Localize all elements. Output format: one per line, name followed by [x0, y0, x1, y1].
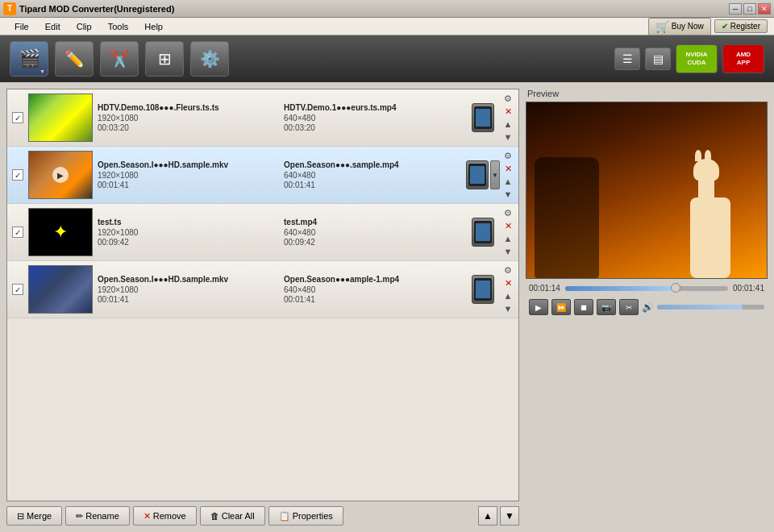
file-up-4[interactable]: ▲ [502, 290, 514, 301]
volume-icon[interactable]: 🔊 [642, 301, 654, 313]
gear-icon: ⚙️ [200, 49, 220, 69]
cart-icon: 🛒 [655, 20, 669, 33]
clear-icon: 🗑 [210, 511, 219, 521]
remove-button[interactable]: ✕ Remove [133, 506, 197, 526]
play-overlay-2[interactable]: ▶ [52, 167, 69, 183]
menu-help[interactable]: Help [136, 20, 171, 33]
merge-button[interactable]: ⊟ Merge [6, 506, 62, 526]
stop-button[interactable]: ⏹ [574, 299, 593, 315]
file-item: HDTV.Demo.108●●●.Fleurs.ts.ts 1920×1080 … [7, 89, 518, 147]
file-settings-1[interactable]: ⚙ [502, 93, 514, 104]
device-dropdown-arrow-2[interactable]: ▼ [490, 160, 500, 189]
file-settings-4[interactable]: ⚙ [502, 264, 514, 276]
order-arrows: ▲ ▼ [478, 506, 519, 526]
file-info-3: test.ts 1920×1080 00:09:42 test.mp4 640×… [98, 218, 464, 247]
file-item-3: ✦ test.ts 1920×1080 00:09:42 test.mp4 64… [7, 204, 518, 261]
rename-button[interactable]: ✏ Rename [65, 506, 130, 526]
list-icon: ☰ [622, 52, 633, 65]
file-device-1 [468, 103, 497, 132]
file-dest-1: HDTV.Demo.1●●●eurs.ts.mp4 640×480 00:03:… [284, 103, 464, 132]
file-list-panel: HDTV.Demo.108●●●.Fleurs.ts.ts 1920×1080 … [6, 89, 519, 526]
maximize-button[interactable]: □ [743, 3, 756, 15]
edit-icon: ✏️ [64, 49, 85, 69]
file-down-2[interactable]: ▼ [502, 189, 514, 200]
file-up-3[interactable]: ▲ [502, 233, 514, 244]
file-dest-2: Open.Season●●●.sample.mp4 640×480 00:01:… [284, 160, 464, 189]
toolbar-right: ☰ ▤ NVIDIACUDA AMDAPP [614, 44, 764, 73]
props-icon: 📋 [279, 511, 290, 522]
file-remove-2[interactable]: ✕ [502, 163, 514, 174]
file-remove-3[interactable]: ✕ [502, 220, 514, 231]
file-checkbox-1[interactable] [12, 112, 23, 123]
file-list: HDTV.Demo.108●●●.Fleurs.ts.ts 1920×1080 … [6, 89, 519, 501]
add-file-button[interactable]: 🎬 [10, 41, 48, 77]
file-device-2: ▼ [468, 160, 497, 189]
toolbar: 🎬 ✏️ ✂️ ⊞ ⚙️ ☰ ▤ NVIDIACUDA AMDAPP [0, 35, 774, 82]
close-button[interactable]: ✕ [758, 3, 771, 15]
play-button[interactable]: ▶ [529, 299, 548, 315]
timeline-track[interactable] [565, 286, 728, 291]
file-down-4[interactable]: ▼ [502, 303, 514, 314]
menubar: File Edit Clip Tools Help 🛒 Buy Now ✔ Re… [0, 18, 774, 35]
next-frame-button[interactable]: ⏩ [551, 299, 571, 315]
preview-timeline: 00:01:14 00:01:41 [526, 282, 768, 294]
edit-button[interactable]: ✏️ [55, 41, 94, 77]
file-settings-2[interactable]: ⚙ [502, 150, 514, 161]
file-item-4: Open.Season.I●●●HD.sample.mkv 1920×1080 … [7, 261, 518, 318]
window-controls: ─ □ ✕ [729, 3, 771, 15]
move-up-button[interactable]: ▲ [478, 506, 497, 526]
file-remove-1[interactable]: ✕ [502, 106, 514, 117]
list-view-button[interactable]: ☰ [614, 48, 640, 70]
preview-label: Preview [526, 89, 768, 98]
volume-slider[interactable] [657, 305, 764, 310]
device-icon-3[interactable] [472, 218, 494, 247]
clear-all-button[interactable]: 🗑 Clear All [200, 506, 265, 526]
menu-edit[interactable]: Edit [37, 20, 69, 33]
file-source-3: test.ts 1920×1080 00:09:42 [98, 218, 277, 247]
preview-video [526, 102, 768, 279]
detail-view-button[interactable]: ▤ [645, 48, 671, 70]
file-item-selected: ▶ Open.Season.I●●●HD.sample.mkv 1920×108… [7, 147, 518, 204]
file-actions-3: ⚙ ✕ ▲ ▼ [502, 207, 514, 257]
move-down-button[interactable]: ▼ [500, 506, 519, 526]
file-down-3[interactable]: ▼ [502, 246, 514, 257]
register-button[interactable]: ✔ Register [714, 19, 768, 33]
merge-button[interactable]: ⊞ [145, 41, 184, 77]
check-icon: ✔ [722, 22, 728, 31]
file-up-2[interactable]: ▲ [502, 176, 514, 187]
star-sparkle: ✦ [53, 222, 68, 243]
file-checkbox-4[interactable] [12, 284, 23, 295]
main-area: HDTV.Demo.108●●●.Fleurs.ts.ts 1920×1080 … [0, 82, 774, 532]
file-info-2: Open.Season.I●●●HD.sample.mkv 1920×1080 … [98, 160, 464, 189]
screenshot-button[interactable]: 📷 [597, 299, 616, 315]
menu-file[interactable]: File [6, 20, 37, 33]
merge-icon: ⊟ [17, 511, 24, 522]
file-device-4 [468, 275, 497, 304]
preview-controls: ▶ ⏩ ⏹ 📷 ✂ 🔊 [526, 297, 768, 317]
file-info-1: HDTV.Demo.108●●●.Fleurs.ts.ts 1920×1080 … [98, 103, 464, 132]
settings-toolbar-button[interactable]: ⚙️ [190, 41, 229, 77]
file-remove-4[interactable]: ✕ [502, 277, 514, 289]
file-checkbox-2[interactable] [12, 169, 23, 181]
properties-button[interactable]: 📋 Properties [268, 506, 343, 526]
bottom-controls: ⊟ Merge ✏ Rename ✕ Remove 🗑 Clear All 📋 … [6, 503, 519, 526]
minimize-button[interactable]: ─ [729, 3, 742, 15]
buy-now-button[interactable]: 🛒 Buy Now [648, 18, 711, 35]
device-icon-2[interactable] [466, 160, 489, 189]
menu-right: 🛒 Buy Now ✔ Register [648, 18, 768, 35]
cut-button[interactable]: ✂️ [100, 41, 139, 77]
file-dest-4: Open.Season●●●ample-1.mp4 640×480 00:01:… [284, 275, 464, 304]
total-time: 00:01:41 [733, 284, 764, 293]
clip-button[interactable]: ✂ [619, 299, 639, 315]
file-thumb-1 [28, 94, 93, 142]
menu-tools[interactable]: Tools [100, 20, 137, 33]
file-checkbox-3[interactable] [12, 227, 23, 238]
current-time: 00:01:14 [529, 284, 560, 293]
pencil-icon: ✏ [76, 511, 83, 522]
file-settings-3[interactable]: ⚙ [502, 207, 514, 218]
file-down-1[interactable]: ▼ [502, 131, 514, 143]
menu-clip[interactable]: Clip [69, 20, 100, 33]
file-up-1[interactable]: ▲ [502, 118, 514, 130]
device-icon-1[interactable] [472, 103, 494, 132]
device-icon-4[interactable] [472, 275, 494, 304]
